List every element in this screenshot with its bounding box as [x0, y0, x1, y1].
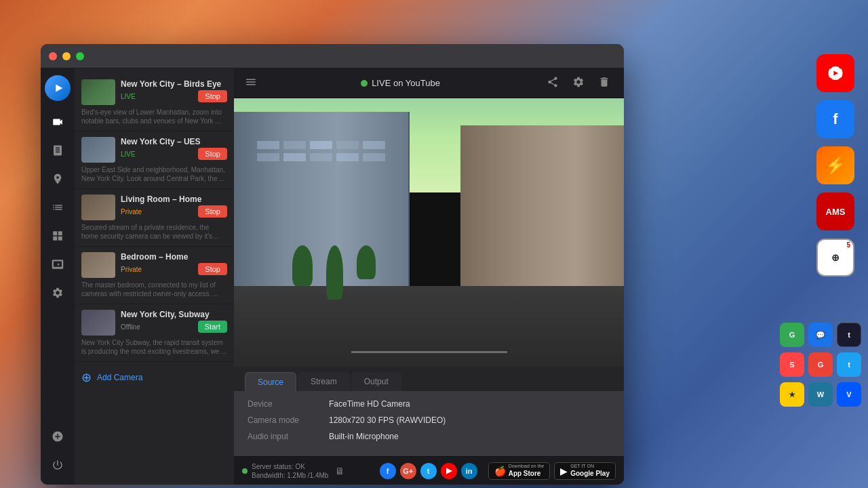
delete-button[interactable] [595, 73, 613, 94]
app-logo[interactable] [45, 75, 71, 101]
start-button[interactable]: Start [198, 321, 227, 333]
svg-marker-0 [56, 85, 62, 92]
camera-header: Bedroom – Home Private Stop [81, 252, 227, 278]
social-linkedin[interactable]: in [461, 463, 477, 479]
tab-stream[interactable]: Stream [298, 372, 350, 391]
nav-location[interactable] [45, 166, 71, 192]
camera-item[interactable]: Living Room – Home Private Stop Secured … [75, 189, 234, 247]
camera-status-row: LIVE Stop [121, 148, 227, 160]
share-button[interactable] [544, 73, 561, 94]
video-preview [234, 98, 624, 367]
tab-source[interactable]: Source [245, 372, 296, 391]
source-content: Device FaceTime HD Camera Camera mode 12… [234, 391, 624, 456]
sidebar-nav [41, 68, 75, 485]
source-row-mode: Camera mode 868x488 30 FPS (RAWVIDEO) [248, 415, 610, 425]
youtube-desktop-icon[interactable] [816, 54, 854, 92]
add-camera-label: Add Camera [97, 373, 142, 382]
footer-social: f G+ t ▶ in [380, 463, 477, 479]
add-camera-icon: ⊕ [81, 370, 92, 385]
lightning-desktop-icon[interactable]: ⚡ [816, 146, 854, 184]
camera-header: New York City – Birds Eye LIVE Stop [81, 79, 227, 105]
bottom-panel: Source Stream Output Device FaceTime HD … [234, 367, 624, 456]
social-twitter[interactable]: t [420, 463, 437, 479]
camera-status-row: LIVE Stop [121, 90, 227, 102]
close-button[interactable] [49, 52, 57, 60]
maximize-button[interactable] [76, 52, 84, 60]
camera-thumb [81, 79, 115, 105]
google-play-button[interactable]: ▶ GET IT ON Google Play [554, 462, 616, 480]
menu-icon[interactable] [245, 76, 257, 91]
live-indicator: LIVE on YouTube [265, 78, 536, 88]
tumblr-icon[interactable]: t [837, 323, 861, 347]
vimeo-icon[interactable]: V [837, 382, 861, 407]
camera-item[interactable]: New York City, Subway Offline Start New … [75, 304, 234, 362]
app-body: New York City – Birds Eye LIVE Stop Bird… [41, 68, 624, 485]
app-store-button[interactable]: 🍎 Download on the App Store [488, 462, 551, 480]
nav-settings[interactable] [45, 280, 71, 306]
wordpress-icon[interactable]: W [808, 382, 833, 407]
minimize-button[interactable] [62, 52, 71, 60]
nav-cameras[interactable] [45, 109, 71, 135]
top-bar: LIVE on YouTube [234, 68, 624, 98]
nav-plus[interactable] [45, 424, 71, 449]
stop-button[interactable]: Stop [198, 205, 227, 218]
facebook-desktop-icon[interactable]: f [816, 100, 854, 138]
camera-desc: Upper East Side and neighborhood, Manhat… [81, 165, 227, 183]
thumb-img [81, 195, 115, 220]
social-google[interactable]: G+ [400, 463, 416, 479]
main-content: LIVE on YouTube [234, 68, 624, 485]
status-badge: LIVE [121, 150, 136, 159]
settings-button[interactable] [570, 73, 587, 94]
social-facebook[interactable]: f [380, 463, 396, 479]
nav-power[interactable] [45, 452, 71, 478]
app-store-label: Download on the App Store [509, 464, 545, 477]
top-actions [544, 73, 613, 94]
camera-desc: The master bedroom, connected to my list… [81, 281, 227, 298]
stop-button[interactable]: Stop [198, 263, 227, 275]
audio-value: Built-in Microphone [329, 432, 399, 441]
icon-row-3: ★ W V [780, 382, 861, 407]
nav-book[interactable] [45, 138, 71, 163]
camera-header: New York City, Subway Offline Start [81, 310, 227, 336]
star-icon[interactable]: ★ [780, 382, 804, 407]
s5-desktop-icon[interactable]: ⊕ 5 [816, 239, 854, 277]
camera-status-row: Private Stop [121, 205, 227, 218]
audio-label: Audio input [248, 432, 329, 441]
stop-button[interactable]: Stop [198, 148, 227, 160]
google2-icon[interactable]: G [808, 352, 833, 377]
s-icon[interactable]: S [780, 352, 804, 377]
camera-item[interactable]: New York City – Birds Eye LIVE Stop Bird… [75, 74, 234, 131]
nav-grid[interactable] [45, 223, 71, 249]
nav-video[interactable] [45, 251, 71, 277]
ams-desktop-icon[interactable]: AMS [816, 192, 854, 230]
footer-stores: 🍎 Download on the App Store ▶ GET IT ON … [488, 462, 616, 480]
camera-item[interactable]: New York City – UES LIVE Stop Upper East… [75, 131, 234, 189]
device-label: Device [248, 399, 329, 409]
camera-item[interactable]: Bedroom – Home Private Stop The master b… [75, 247, 234, 304]
social-youtube[interactable]: ▶ [441, 463, 457, 479]
google-icon[interactable]: G [780, 323, 804, 347]
camera-name: New York City – UES [121, 137, 227, 146]
camera-thumb [81, 195, 115, 220]
thumb-img [81, 252, 115, 278]
stop-button[interactable]: Stop [198, 90, 227, 102]
add-camera-button[interactable]: ⊕ Add Camera [75, 362, 234, 393]
tab-output[interactable]: Output [351, 372, 401, 391]
camera-meta: Bedroom – Home Private Stop [121, 252, 227, 278]
bandwidth-text: Bandwidth: 1.2Mb /1.4Mb [252, 471, 328, 480]
nav-list[interactable] [45, 195, 71, 220]
chat-icon[interactable]: 💬 [808, 323, 833, 347]
status-badge: LIVE [121, 92, 136, 101]
source-tabs: Source Stream Output [234, 367, 624, 391]
camera-name: Living Room – Home [121, 195, 227, 204]
thumb-img [81, 310, 115, 336]
desktop-icons-right: f ⚡ AMS ⊕ 5 [816, 54, 854, 277]
desktop-icons-bottom: G 💬 t S G t ★ W V [780, 323, 861, 407]
street-trees [292, 245, 376, 300]
camera-header: Living Room – Home Private Stop [81, 195, 227, 220]
server-status-dot [242, 468, 248, 474]
camera-status-row: Private Stop [121, 263, 227, 275]
twitter-icon[interactable]: t [837, 352, 861, 377]
camera-desc: Bird's-eye view of Lower Manhattan, zoom… [81, 108, 227, 125]
camera-desc: New York City Subway, the rapid transit … [81, 338, 227, 356]
